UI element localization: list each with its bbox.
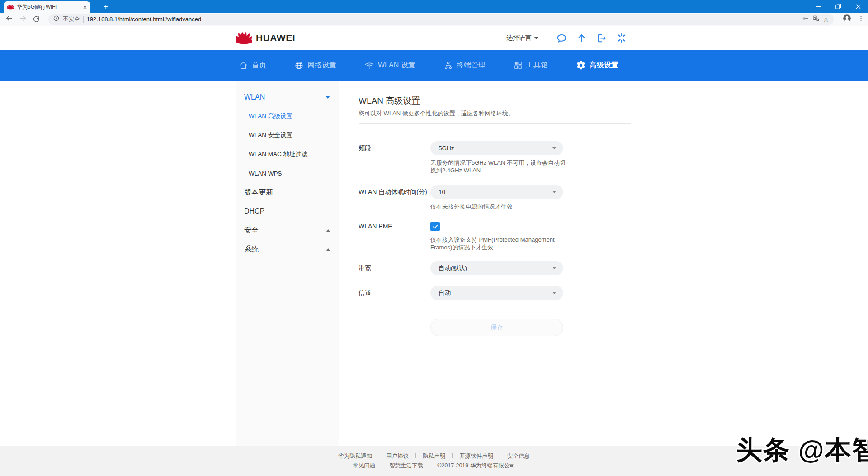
sidebar-item-version-update[interactable]: 版本更新: [236, 183, 339, 202]
footer-link-faq[interactable]: 常见问题: [353, 462, 375, 469]
footer-link-security-info[interactable]: 安全信息: [507, 453, 530, 459]
pmf-label: WLAN PMF: [359, 222, 392, 231]
band-help-text: 无服务的情况下5GHz WLAN 不可用，设备会自动切换到2.4GHz WLAN: [430, 159, 569, 174]
sidebar-item-wlan[interactable]: WLAN: [236, 88, 339, 107]
url-bar[interactable]: 不安全 192.168.8.1/html/content.html#wifiad…: [48, 14, 834, 25]
sidebar-item-label: 系统: [244, 245, 259, 254]
nav-item-label: 高级设置: [590, 61, 618, 70]
sidebar-item-label: WLAN WPS: [249, 170, 282, 177]
new-tab-button[interactable]: +: [99, 2, 112, 11]
band-value: 5GHz: [439, 145, 454, 152]
bookmark-star-icon[interactable]: ☆: [823, 16, 829, 23]
nav-item-label: 终端管理: [457, 61, 486, 70]
language-selector[interactable]: 选择语言: [506, 34, 538, 42]
content-area: WLAN WLAN 高级设置 WLAN 安全设置 WLAN MAC 地址过滤 W…: [0, 81, 868, 446]
chevron-down-icon: [552, 292, 556, 294]
browser-tab[interactable]: 华为5G随行WiFi ×: [4, 1, 90, 13]
sidebar-item-wlan-security[interactable]: WLAN 安全设置: [236, 126, 339, 145]
main-nav: 首页 网络设置 WLAN 设置: [0, 50, 868, 81]
info-icon[interactable]: [53, 15, 60, 24]
site-header: HUAWEI 选择语言: [0, 26, 868, 50]
chevron-down-icon: [534, 37, 538, 39]
nav-item-wlan-settings[interactable]: WLAN 设置: [364, 61, 415, 70]
back-icon[interactable]: [5, 14, 13, 24]
sidebar-item-label: 安全: [244, 226, 259, 235]
sidebar-item-system[interactable]: 系统: [236, 240, 339, 259]
security-label: 不安全: [63, 15, 80, 23]
sidebar-item-dhcp[interactable]: DHCP: [236, 202, 339, 221]
toolbox-icon: [514, 61, 523, 70]
nav-item-device-management[interactable]: 终端管理: [443, 61, 486, 70]
translate-icon[interactable]: [812, 15, 820, 24]
feedback-chat-icon[interactable]: [556, 33, 567, 44]
tab-title: 华为5G随行WiFi: [17, 3, 80, 11]
tab-close-icon[interactable]: ×: [83, 4, 87, 10]
url-text[interactable]: 192.168.8.1/html/content.html#wifiadvanc…: [87, 16, 799, 23]
loading-spinner-icon[interactable]: [616, 33, 627, 44]
sidebar-item-wlan-wps[interactable]: WLAN WPS: [236, 164, 339, 183]
browser-menu-icon[interactable]: [858, 14, 864, 24]
nav-item-home[interactable]: 首页: [239, 61, 266, 70]
footer-link-privacy-statement[interactable]: 隐私声明: [423, 453, 445, 459]
browser-toolbar: 不安全 192.168.8.1/html/content.html#wifiad…: [0, 13, 868, 26]
key-icon[interactable]: [802, 15, 809, 24]
window-minimize-button[interactable]: [808, 0, 828, 13]
sleep-time-help-text: 仅在未接外接电源的情况才生效: [430, 203, 569, 211]
pmf-checkbox[interactable]: [430, 222, 440, 231]
section-divider: [359, 123, 631, 124]
main-panel: WLAN 高级设置 您可以对 WLAN 做更多个性化的设置，适应各种网络环境。 …: [359, 81, 639, 446]
sidebar-item-label: WLAN: [244, 93, 265, 101]
bandwidth-dropdown[interactable]: 自动(默认): [430, 261, 563, 275]
sidebar-item-wlan-mac-filter[interactable]: WLAN MAC 地址过滤: [236, 145, 339, 164]
watermark-text: 头条 @本智: [736, 433, 868, 468]
nav-item-network-settings[interactable]: 网络设置: [294, 61, 336, 70]
language-label: 选择语言: [506, 34, 532, 42]
avatar[interactable]: [842, 14, 852, 25]
chevron-down-icon: [552, 147, 556, 149]
sleep-time-value: 10: [439, 189, 445, 195]
wifi-icon: [364, 61, 374, 70]
window-close-button[interactable]: [848, 0, 868, 13]
browser-titlebar: 华为5G随行WiFi × +: [0, 0, 868, 13]
chevron-up-icon: [326, 248, 330, 251]
chevron-up-icon: [326, 229, 330, 232]
footer-separator: [430, 462, 430, 468]
logout-icon[interactable]: [596, 33, 607, 44]
footer-link-user-agreement[interactable]: 用户协议: [386, 453, 409, 459]
footer-link-privacy-notice[interactable]: 华为隐私通知: [338, 453, 372, 459]
chevron-down-icon: [552, 267, 556, 269]
channel-dropdown[interactable]: 自动: [430, 286, 563, 300]
footer-link-open-source[interactable]: 开源软件声明: [459, 453, 493, 459]
footer-separator: [452, 453, 453, 458]
footer-separator: [382, 462, 382, 468]
globe-icon: [294, 61, 304, 70]
header-divider: [547, 33, 547, 43]
sidebar-item-label: WLAN 安全设置: [249, 131, 292, 139]
reload-icon[interactable]: [33, 15, 40, 24]
chevron-down-icon: [552, 191, 556, 193]
sidebar-item-label: 版本更新: [244, 188, 273, 197]
sidebar-item-wlan-advanced[interactable]: WLAN 高级设置: [236, 107, 339, 126]
save-button[interactable]: 保存: [430, 319, 563, 336]
footer-copyright: ©2017-2019 华为终端有限公司: [437, 462, 515, 469]
pmf-help-text: 仅在接入设备支持 PMF(Protected Management Frames…: [430, 236, 569, 251]
sidebar: WLAN WLAN 高级设置 WLAN 安全设置 WLAN MAC 地址过滤 W…: [236, 81, 339, 446]
window-restore-button[interactable]: [828, 0, 848, 13]
nav-item-toolbox[interactable]: 工具箱: [514, 61, 548, 70]
devices-icon: [443, 61, 453, 70]
forward-icon[interactable]: [19, 14, 27, 24]
footer-link-smart-life[interactable]: 智慧生活下载: [389, 462, 423, 469]
sidebar-item-security[interactable]: 安全: [236, 221, 339, 240]
screen: 华为5G随行WiFi × +: [0, 0, 868, 476]
sleep-time-dropdown[interactable]: 10: [430, 185, 563, 199]
footer-separator: [379, 453, 379, 458]
update-up-arrow-icon[interactable]: [576, 33, 587, 44]
sleep-time-label: WLAN 自动休眠时间(分): [359, 185, 427, 199]
url-separator: [83, 16, 84, 23]
home-icon: [239, 61, 248, 70]
channel-label: 信道: [359, 286, 371, 300]
band-dropdown[interactable]: 5GHz: [430, 141, 563, 155]
nav-item-label: 网络设置: [307, 61, 336, 70]
footer-separator: [500, 453, 500, 458]
nav-item-advanced-settings[interactable]: 高级设置: [576, 60, 618, 70]
